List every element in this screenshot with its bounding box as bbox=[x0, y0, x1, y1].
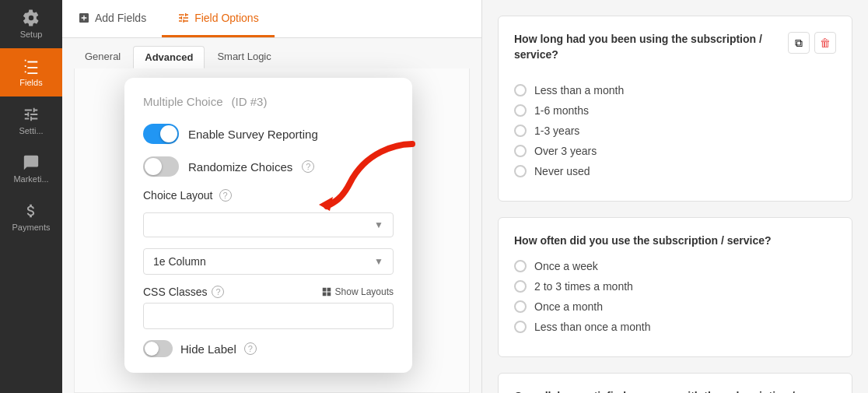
fields-icon bbox=[23, 58, 40, 75]
choice-layout-row: Choice Layout ? bbox=[143, 189, 394, 202]
hide-label-row: Hide Label ? bbox=[143, 340, 394, 357]
sidebar-item-payments[interactable]: Payments bbox=[0, 193, 62, 241]
layout-column-dropdown[interactable]: 1e Column ▼ bbox=[143, 248, 394, 275]
option-never-used: Never used bbox=[514, 165, 836, 177]
hide-label-label: Hide Label bbox=[180, 342, 236, 356]
layout-column-value: 1e Column bbox=[153, 255, 206, 268]
choice-layout-dropdown[interactable]: ▼ bbox=[143, 212, 394, 237]
question-1-text: How long had you been using the subscrip… bbox=[514, 32, 780, 62]
radio-circle bbox=[514, 84, 527, 96]
css-classes-help-icon[interactable]: ? bbox=[212, 286, 224, 298]
sidebar-item-settings[interactable]: Setti... bbox=[0, 96, 62, 145]
tab-field-options-label: Field Options bbox=[194, 12, 258, 24]
survey-reporting-label: Enable Survey Reporting bbox=[188, 128, 318, 141]
survey-reporting-row: Enable Survey Reporting bbox=[143, 124, 394, 144]
popup-overlay: Multiple Choice (ID #3) Enable Survey Re… bbox=[124, 78, 412, 373]
sidebar-item-label: Setti... bbox=[19, 126, 43, 135]
gear-icon bbox=[23, 9, 40, 26]
css-classes-input[interactable] bbox=[143, 303, 394, 329]
survey-reporting-toggle[interactable] bbox=[143, 124, 179, 144]
sidebar: Setup Fields Setti... Marketi... Payment… bbox=[0, 0, 62, 393]
delete-icon[interactable]: 🗑 bbox=[814, 32, 836, 54]
sidebar-item-label: Fields bbox=[19, 78, 42, 87]
option-over-3-years: Over 3 years bbox=[514, 145, 836, 157]
form-card-q1: How long had you been using the subscrip… bbox=[498, 16, 852, 202]
randomize-choices-label: Randomize Choices bbox=[188, 160, 292, 174]
randomize-choices-help-icon[interactable]: ? bbox=[302, 160, 314, 173]
toggle-thumb-2 bbox=[145, 158, 162, 175]
randomize-choices-toggle[interactable] bbox=[143, 156, 179, 177]
sidebar-item-label: Payments bbox=[12, 223, 51, 232]
question-3-text: Overall, how satisfied were you with the… bbox=[514, 389, 836, 393]
css-classes-row: CSS Classes ? Show Layouts bbox=[143, 286, 394, 298]
option-2-3-times: 2 to 3 times a month bbox=[514, 280, 836, 293]
tab-add-fields-label: Add Fields bbox=[95, 12, 146, 24]
chevron-down-icon-2: ▼ bbox=[374, 256, 383, 267]
toggle-thumb bbox=[160, 125, 177, 142]
option-1-3-years: 1-3 years bbox=[514, 125, 836, 137]
grid-icon bbox=[321, 286, 332, 297]
field-options-icon bbox=[177, 12, 190, 24]
radio-circle bbox=[514, 300, 527, 313]
show-layouts-button[interactable]: Show Layouts bbox=[321, 286, 394, 297]
tab-smart-logic[interactable]: Smart Logic bbox=[206, 46, 282, 68]
form-card-q3: Overall, how satisfied were you with the… bbox=[498, 373, 852, 393]
top-tabs: Add Fields Field Options bbox=[62, 0, 481, 38]
tab-advanced[interactable]: Advanced bbox=[133, 46, 205, 68]
css-classes-label: CSS Classes ? bbox=[143, 286, 224, 298]
sidebar-item-setup[interactable]: Setup bbox=[0, 0, 62, 48]
option-1-6-months: 1-6 months bbox=[514, 104, 836, 117]
sidebar-item-marketing[interactable]: Marketi... bbox=[0, 145, 62, 193]
randomize-choices-row: Randomize Choices ? bbox=[143, 156, 394, 177]
radio-circle bbox=[514, 321, 527, 333]
radio-circle bbox=[514, 125, 527, 137]
right-panel: How long had you been using the subscrip… bbox=[482, 0, 868, 393]
choice-layout-help-icon[interactable]: ? bbox=[219, 189, 232, 202]
sidebar-item-label: Setup bbox=[20, 30, 43, 39]
marketing-icon bbox=[23, 154, 40, 171]
main-panel: Add Fields Field Options General Advance… bbox=[62, 0, 482, 393]
radio-circle bbox=[514, 280, 527, 293]
sidebar-item-fields[interactable]: Fields bbox=[0, 48, 62, 96]
question-2-text: How often did you use the subscription /… bbox=[514, 233, 836, 249]
dollar-icon bbox=[23, 202, 40, 219]
hide-label-toggle[interactable] bbox=[143, 340, 173, 357]
option-less-than-month: Less than a month bbox=[514, 84, 836, 96]
plus-square-icon bbox=[78, 12, 90, 24]
popup-title: Multiple Choice (ID #3) bbox=[143, 93, 394, 110]
duplicate-icon[interactable]: ⧉ bbox=[788, 32, 810, 54]
chevron-down-icon: ▼ bbox=[374, 219, 383, 230]
radio-circle bbox=[514, 165, 527, 177]
radio-circle bbox=[514, 104, 527, 117]
sub-tabs: General Advanced Smart Logic bbox=[62, 38, 481, 68]
option-once-a-week: Once a week bbox=[514, 260, 836, 272]
tab-add-fields[interactable]: Add Fields bbox=[62, 0, 162, 37]
sidebar-item-label: Marketi... bbox=[13, 174, 48, 184]
question-1-actions: ⧉ 🗑 bbox=[788, 32, 836, 54]
form-card-q2: How often did you use the subscription /… bbox=[498, 217, 852, 357]
tab-field-options[interactable]: Field Options bbox=[162, 0, 274, 37]
option-less-than-once-month: Less than once a month bbox=[514, 321, 836, 333]
radio-circle bbox=[514, 260, 527, 272]
radio-circle bbox=[514, 145, 527, 157]
sliders-icon bbox=[23, 106, 40, 123]
hide-label-help-icon[interactable]: ? bbox=[244, 342, 257, 355]
option-once-a-month: Once a month bbox=[514, 300, 836, 313]
choice-layout-label: Choice Layout bbox=[143, 189, 213, 202]
tab-general[interactable]: General bbox=[74, 46, 131, 68]
hide-label-toggle-thumb bbox=[145, 342, 159, 356]
